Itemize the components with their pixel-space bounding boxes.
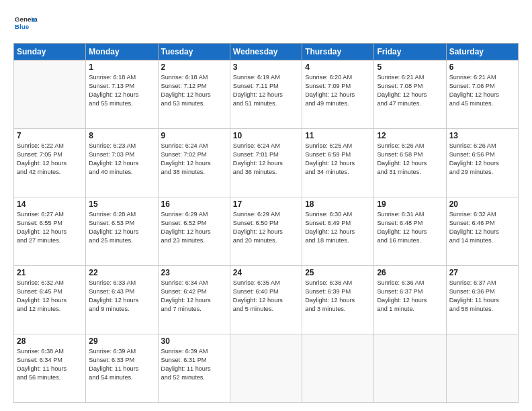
calendar-cell	[374, 334, 446, 403]
calendar-cell: 1Sunrise: 6:18 AM Sunset: 7:13 PM Daylig…	[86, 60, 158, 129]
day-number: 27	[449, 268, 515, 277]
calendar-cell: 23Sunrise: 6:34 AM Sunset: 6:42 PM Dayli…	[158, 266, 230, 334]
calendar-day-header: Tuesday	[158, 44, 230, 60]
calendar-week-row: 14Sunrise: 6:27 AM Sunset: 6:55 PM Dayli…	[14, 197, 519, 266]
calendar-week-row: 7Sunrise: 6:22 AM Sunset: 7:05 PM Daylig…	[14, 129, 519, 197]
cell-info: Sunrise: 6:39 AM Sunset: 6:31 PM Dayligh…	[161, 347, 227, 382]
day-number: 17	[233, 199, 299, 209]
day-number: 21	[17, 268, 83, 277]
cell-info: Sunrise: 6:32 AM Sunset: 6:45 PM Dayligh…	[17, 279, 83, 314]
cell-info: Sunrise: 6:36 AM Sunset: 6:39 PM Dayligh…	[305, 279, 371, 314]
day-number: 6	[449, 62, 515, 72]
calendar-cell: 13Sunrise: 6:26 AM Sunset: 6:56 PM Dayli…	[446, 129, 518, 197]
svg-text:Blue: Blue	[15, 23, 30, 30]
calendar-cell: 25Sunrise: 6:36 AM Sunset: 6:39 PM Dayli…	[302, 266, 374, 334]
cell-info: Sunrise: 6:19 AM Sunset: 7:11 PM Dayligh…	[233, 73, 299, 108]
day-number: 8	[89, 131, 154, 140]
calendar-cell: 14Sunrise: 6:27 AM Sunset: 6:55 PM Dayli…	[14, 197, 86, 266]
calendar-cell: 5Sunrise: 6:21 AM Sunset: 7:08 PM Daylig…	[374, 60, 446, 129]
calendar-cell: 17Sunrise: 6:29 AM Sunset: 6:50 PM Dayli…	[230, 197, 302, 266]
calendar-cell: 4Sunrise: 6:20 AM Sunset: 7:09 PM Daylig…	[302, 60, 374, 129]
cell-info: Sunrise: 6:22 AM Sunset: 7:05 PM Dayligh…	[17, 142, 83, 177]
cell-info: Sunrise: 6:39 AM Sunset: 6:33 PM Dayligh…	[89, 347, 154, 382]
cell-info: Sunrise: 6:30 AM Sunset: 6:49 PM Dayligh…	[305, 210, 371, 245]
calendar-day-header: Friday	[374, 44, 446, 60]
logo: General Blue	[13, 12, 40, 36]
cell-info: Sunrise: 6:21 AM Sunset: 7:08 PM Dayligh…	[377, 73, 443, 108]
cell-info: Sunrise: 6:33 AM Sunset: 6:43 PM Dayligh…	[89, 279, 154, 314]
day-number: 4	[305, 62, 371, 72]
calendar-cell: 19Sunrise: 6:31 AM Sunset: 6:48 PM Dayli…	[374, 197, 446, 266]
day-number: 29	[89, 336, 154, 346]
calendar-cell: 11Sunrise: 6:25 AM Sunset: 6:59 PM Dayli…	[302, 129, 374, 197]
calendar-cell: 27Sunrise: 6:37 AM Sunset: 6:36 PM Dayli…	[446, 266, 518, 334]
cell-info: Sunrise: 6:37 AM Sunset: 6:36 PM Dayligh…	[449, 279, 515, 314]
calendar-cell: 2Sunrise: 6:18 AM Sunset: 7:12 PM Daylig…	[158, 60, 230, 129]
calendar-cell: 15Sunrise: 6:28 AM Sunset: 6:53 PM Dayli…	[86, 197, 158, 266]
calendar-cell: 10Sunrise: 6:24 AM Sunset: 7:01 PM Dayli…	[230, 129, 302, 197]
cell-info: Sunrise: 6:38 AM Sunset: 6:34 PM Dayligh…	[17, 347, 83, 382]
cell-info: Sunrise: 6:26 AM Sunset: 6:56 PM Dayligh…	[449, 142, 515, 177]
day-number: 5	[377, 62, 443, 72]
day-number: 28	[17, 336, 83, 346]
calendar-cell: 7Sunrise: 6:22 AM Sunset: 7:05 PM Daylig…	[14, 129, 86, 197]
day-number: 3	[233, 62, 299, 72]
calendar-week-row: 1Sunrise: 6:18 AM Sunset: 7:13 PM Daylig…	[14, 60, 519, 129]
calendar-cell	[302, 334, 374, 403]
calendar-cell: 21Sunrise: 6:32 AM Sunset: 6:45 PM Dayli…	[14, 266, 86, 334]
day-number: 14	[17, 199, 83, 209]
calendar-cell: 28Sunrise: 6:38 AM Sunset: 6:34 PM Dayli…	[14, 334, 86, 403]
calendar-cell: 26Sunrise: 6:36 AM Sunset: 6:37 PM Dayli…	[374, 266, 446, 334]
calendar-cell: 3Sunrise: 6:19 AM Sunset: 7:11 PM Daylig…	[230, 60, 302, 129]
cell-info: Sunrise: 6:18 AM Sunset: 7:12 PM Dayligh…	[161, 73, 227, 108]
cell-info: Sunrise: 6:20 AM Sunset: 7:09 PM Dayligh…	[305, 73, 371, 108]
cell-info: Sunrise: 6:18 AM Sunset: 7:13 PM Dayligh…	[89, 73, 154, 108]
day-number: 26	[377, 268, 443, 277]
day-number: 18	[305, 199, 371, 209]
logo-icon: General Blue	[13, 12, 38, 36]
cell-info: Sunrise: 6:27 AM Sunset: 6:55 PM Dayligh…	[17, 210, 83, 245]
calendar-day-header: Thursday	[302, 44, 374, 60]
calendar-cell: 18Sunrise: 6:30 AM Sunset: 6:49 PM Dayli…	[302, 197, 374, 266]
calendar-cell: 6Sunrise: 6:21 AM Sunset: 7:06 PM Daylig…	[446, 60, 518, 129]
calendar-day-header: Saturday	[446, 44, 518, 60]
cell-info: Sunrise: 6:26 AM Sunset: 6:58 PM Dayligh…	[377, 142, 443, 177]
calendar-cell: 22Sunrise: 6:33 AM Sunset: 6:43 PM Dayli…	[86, 266, 158, 334]
calendar-header-row: SundayMondayTuesdayWednesdayThursdayFrid…	[14, 44, 519, 60]
day-number: 15	[89, 199, 154, 209]
cell-info: Sunrise: 6:35 AM Sunset: 6:40 PM Dayligh…	[233, 279, 299, 314]
calendar-cell: 24Sunrise: 6:35 AM Sunset: 6:40 PM Dayli…	[230, 266, 302, 334]
calendar-week-row: 28Sunrise: 6:38 AM Sunset: 6:34 PM Dayli…	[14, 334, 519, 403]
calendar-cell: 20Sunrise: 6:32 AM Sunset: 6:46 PM Dayli…	[446, 197, 518, 266]
cell-info: Sunrise: 6:28 AM Sunset: 6:53 PM Dayligh…	[89, 210, 154, 245]
calendar-week-row: 21Sunrise: 6:32 AM Sunset: 6:45 PM Dayli…	[14, 266, 519, 334]
day-number: 12	[377, 131, 443, 140]
cell-info: Sunrise: 6:29 AM Sunset: 6:50 PM Dayligh…	[233, 210, 299, 245]
day-number: 25	[305, 268, 371, 277]
calendar-cell	[230, 334, 302, 403]
cell-info: Sunrise: 6:31 AM Sunset: 6:48 PM Dayligh…	[377, 210, 443, 245]
calendar-cell: 9Sunrise: 6:24 AM Sunset: 7:02 PM Daylig…	[158, 129, 230, 197]
day-number: 22	[89, 268, 154, 277]
page-header: General Blue	[13, 12, 519, 36]
calendar-cell: 29Sunrise: 6:39 AM Sunset: 6:33 PM Dayli…	[86, 334, 158, 403]
day-number: 2	[161, 62, 227, 72]
calendar-cell	[446, 334, 518, 403]
day-number: 1	[89, 62, 154, 72]
cell-info: Sunrise: 6:21 AM Sunset: 7:06 PM Dayligh…	[449, 73, 515, 108]
day-number: 24	[233, 268, 299, 277]
cell-info: Sunrise: 6:29 AM Sunset: 6:52 PM Dayligh…	[161, 210, 227, 245]
cell-info: Sunrise: 6:32 AM Sunset: 6:46 PM Dayligh…	[449, 210, 515, 245]
calendar-cell: 16Sunrise: 6:29 AM Sunset: 6:52 PM Dayli…	[158, 197, 230, 266]
calendar-day-header: Wednesday	[230, 44, 302, 60]
cell-info: Sunrise: 6:34 AM Sunset: 6:42 PM Dayligh…	[161, 279, 227, 314]
cell-info: Sunrise: 6:36 AM Sunset: 6:37 PM Dayligh…	[377, 279, 443, 314]
calendar-cell: 8Sunrise: 6:23 AM Sunset: 7:03 PM Daylig…	[86, 129, 158, 197]
cell-info: Sunrise: 6:23 AM Sunset: 7:03 PM Dayligh…	[89, 142, 154, 177]
calendar-cell	[14, 60, 86, 129]
calendar-table: SundayMondayTuesdayWednesdayThursdayFrid…	[13, 43, 519, 403]
day-number: 23	[161, 268, 227, 277]
day-number: 13	[449, 131, 515, 140]
calendar-cell: 30Sunrise: 6:39 AM Sunset: 6:31 PM Dayli…	[158, 334, 230, 403]
day-number: 19	[377, 199, 443, 209]
